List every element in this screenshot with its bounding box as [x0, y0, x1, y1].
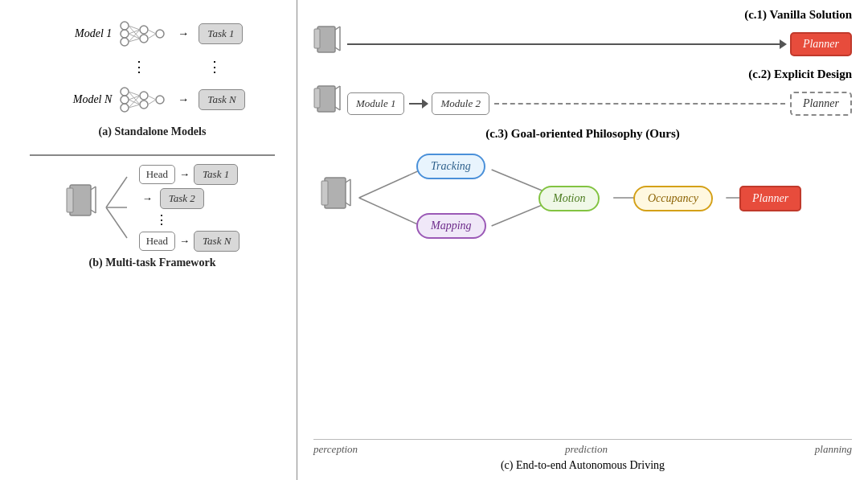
head-box-1: Head [139, 165, 175, 184]
camera-c2 [313, 84, 342, 123]
svg-point-18 [140, 101, 148, 109]
svg-rect-37 [314, 29, 320, 48]
section-c1: (c.1) Vanilla Solution [313, 8, 852, 64]
left-panel: Model 1 [0, 0, 297, 480]
svg-point-3 [140, 26, 148, 34]
svg-line-38 [335, 27, 340, 30]
svg-line-26 [148, 96, 156, 100]
right-sections: (c.1) Vanilla Solution [313, 8, 852, 472]
model-1-label: Model 1 [59, 27, 112, 40]
svg-rect-57 [321, 181, 328, 205]
svg-line-27 [148, 100, 156, 105]
module-2: Module 2 [432, 92, 489, 115]
task-b-2: Task 2 [160, 188, 204, 209]
multitask-section: Head → Task 1 → Task 2 ⋮ Head → [16, 164, 289, 269]
branch-row-n: Head → Task N [139, 231, 240, 252]
svg-point-19 [156, 96, 164, 104]
perception-label: perception [313, 443, 358, 456]
c2-planner: Planner [790, 92, 852, 116]
svg-point-17 [140, 92, 148, 100]
c3-planner: Planner [739, 186, 801, 211]
branch-row-1: Head → Task 1 [139, 164, 240, 185]
nn-graph-n [118, 82, 168, 117]
svg-point-14 [121, 88, 129, 96]
c1-planner: Planner [790, 32, 852, 56]
model-n-label: Model N [59, 93, 112, 106]
standalone-dots: ⋮ ⋮ [132, 58, 244, 76]
main-container: Model 1 [0, 0, 868, 480]
c2-row: Module 1 Module 2 Planner [313, 84, 852, 123]
branch-row-2: → Task 2 [139, 188, 240, 209]
task-box-n: Task N [199, 89, 244, 110]
svg-rect-42 [314, 88, 320, 108]
svg-point-1 [121, 30, 129, 38]
svg-point-15 [121, 96, 129, 104]
svg-line-59 [346, 203, 350, 206]
svg-rect-29 [67, 188, 73, 212]
c2-label: (c.2) Explicit Design [313, 68, 852, 81]
svg-line-39 [335, 47, 340, 51]
goal-diagram: Tracking Mapping Motion Occupancy [313, 146, 852, 437]
standalone-models: Model 1 [59, 16, 244, 117]
c1-label: (c.1) Vanilla Solution [313, 8, 852, 22]
model-row-1: Model 1 [59, 16, 244, 51]
section-c3: (c.3) Goal-oriented Philosophy (Ours) [313, 127, 852, 456]
svg-line-44 [335, 107, 340, 110]
camera-c3 [320, 176, 355, 223]
prediction-label: prediction [565, 443, 608, 456]
section-c2: (c.2) Explicit Design Module 1 [313, 68, 852, 123]
occupancy-box: Occupancy [633, 186, 713, 211]
svg-line-33 [106, 177, 127, 207]
svg-line-46 [359, 170, 421, 198]
planning-label: planning [815, 443, 852, 456]
svg-line-43 [335, 86, 340, 89]
svg-line-58 [346, 179, 350, 183]
svg-point-2 [121, 38, 129, 46]
c2-arrow1 [409, 103, 427, 105]
c2-dashed [494, 103, 785, 105]
svg-point-16 [121, 104, 129, 112]
svg-point-5 [156, 30, 164, 38]
svg-line-30 [91, 187, 96, 190]
branch-lines [104, 167, 129, 248]
multitask-caption: (b) Multi-task Framework [89, 256, 216, 269]
tracking-box: Tracking [416, 154, 485, 179]
task-box-1: Task 1 [199, 23, 243, 44]
mapping-box: Mapping [416, 213, 486, 239]
standalone-caption: (a) Standalone Models [99, 125, 207, 138]
module-1: Module 1 [347, 92, 404, 115]
motion-box: Motion [538, 186, 600, 211]
right-bottom-caption: (c) End-to-end Autonomous Driving [313, 459, 852, 472]
c1-row: Planner [313, 25, 852, 64]
svg-line-35 [106, 207, 127, 238]
nn-graph-1 [118, 16, 168, 51]
svg-line-12 [148, 30, 156, 34]
task-b-1: Task 1 [194, 164, 238, 185]
svg-point-4 [140, 35, 148, 43]
c3-label: (c.3) Goal-oriented Philosophy (Ours) [313, 127, 852, 141]
task-b-n: Task N [194, 231, 240, 252]
camera-c1 [313, 25, 342, 64]
horiz-divider [30, 154, 275, 156]
model-row-n: Model N [59, 82, 244, 117]
task-branches: Head → Task 1 → Task 2 ⋮ Head → [139, 164, 240, 252]
arrow-1: → [178, 27, 189, 40]
right-panel: (c.1) Vanilla Solution [297, 0, 868, 480]
svg-point-0 [121, 22, 129, 30]
svg-line-31 [91, 210, 96, 213]
camera-left-b [65, 183, 100, 232]
c1-arrow [347, 43, 785, 45]
standalone-section: Model 1 [16, 16, 289, 138]
phase-labels: perception prediction planning [313, 439, 852, 456]
svg-line-13 [148, 34, 156, 39]
head-box-n: Head [139, 232, 175, 251]
multitask-dots: ⋮ [155, 212, 240, 228]
svg-line-47 [359, 198, 421, 226]
arrow-n: → [178, 93, 189, 106]
multitask-inner: Head → Task 1 → Task 2 ⋮ Head → [65, 164, 240, 252]
